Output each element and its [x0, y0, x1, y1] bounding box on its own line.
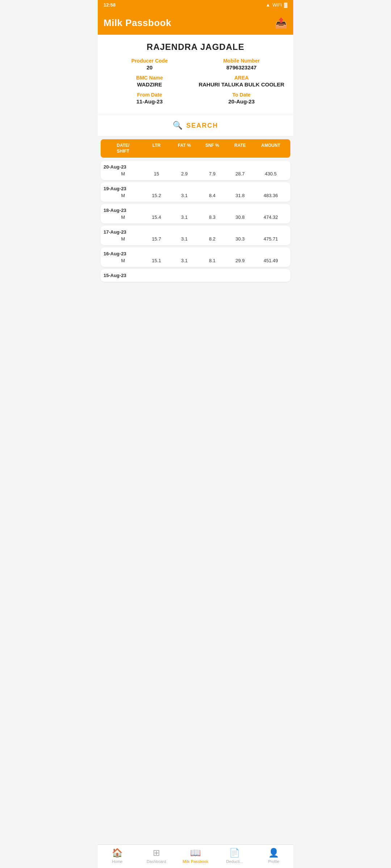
- mobile-number-item: Mobile Number 8796323247: [196, 58, 287, 71]
- area-value: RAHURI TALUKA BULK COOLER: [196, 81, 287, 88]
- nav-dashboard-label: Dashboard: [147, 859, 166, 864]
- th-rate: RATE: [226, 143, 254, 154]
- row-date: 19-Aug-23: [104, 186, 287, 191]
- row-shift: M: [104, 236, 143, 242]
- bmc-name-item: BMC Name WADZIRE: [104, 75, 196, 88]
- status-bar: 12:58 ▲ WiFi ▓: [98, 0, 293, 10]
- deductions-icon: 📄: [229, 848, 240, 858]
- battery-icon: ▓: [284, 2, 287, 8]
- profile-info-grid: Producer Code 20 Mobile Number 879632324…: [104, 58, 287, 105]
- bottom-nav: 🏠 Home ⊞ Dashboard 📖 Milk Passbook 📄 Ded…: [98, 844, 293, 868]
- row-shift: M: [104, 258, 143, 263]
- row-snf: 8.2: [198, 236, 226, 242]
- nav-milk-passbook-label: Milk Passbook: [183, 859, 209, 864]
- table-header: DATE/SHIFT LTR FAT % SNF % RATE AMOUNT: [101, 139, 290, 158]
- to-date-item: To Date 20-Aug-23: [196, 92, 287, 105]
- nav-home-label: Home: [112, 859, 122, 864]
- th-date-shift: DATE/SHIFT: [104, 143, 143, 154]
- to-date-label: To Date: [196, 92, 287, 98]
- row-fat: 3.1: [171, 214, 198, 220]
- search-label[interactable]: SEARCH: [186, 122, 218, 129]
- row-snf: 8.1: [198, 258, 226, 263]
- wifi-icon: WiFi: [273, 2, 282, 8]
- table-row: 20-Aug-23 M 15 2.9 7.9 28.7 430.5: [101, 161, 290, 180]
- profile-card: RAJENDRA JAGDALE Producer Code 20 Mobile…: [98, 35, 293, 115]
- row-rate: 28.7: [226, 171, 254, 176]
- search-bar[interactable]: 🔍 SEARCH: [98, 115, 293, 136]
- row-fat: 3.1: [171, 258, 198, 263]
- producer-code-label: Producer Code: [104, 58, 196, 64]
- row-fat: 2.9: [171, 171, 198, 176]
- search-icon: 🔍: [173, 121, 182, 130]
- profile-icon: 👤: [268, 848, 279, 858]
- table-container: DATE/SHIFT LTR FAT % SNF % RATE AMOUNT 2…: [98, 139, 293, 313]
- area-label: AREA: [196, 75, 287, 81]
- row-ltr: 15.7: [143, 236, 171, 242]
- dashboard-icon: ⊞: [153, 848, 160, 858]
- producer-code-value: 20: [104, 64, 196, 71]
- from-date-value: 11-Aug-23: [104, 98, 196, 105]
- th-amount: AMOUNT: [254, 143, 287, 154]
- row-fat: 3.1: [171, 236, 198, 242]
- th-fat: FAT %: [171, 143, 198, 154]
- row-date: 15-Aug-23: [104, 273, 287, 278]
- nav-profile[interactable]: 👤 Profile: [254, 848, 293, 864]
- row-shift: M: [104, 193, 143, 198]
- mobile-number-value: 8796323247: [196, 64, 287, 71]
- table-rows: 20-Aug-23 M 15 2.9 7.9 28.7 430.5 19-Aug…: [98, 161, 293, 282]
- row-snf: 8.4: [198, 193, 226, 198]
- row-amount: 475.71: [254, 236, 287, 242]
- mobile-number-label: Mobile Number: [196, 58, 287, 64]
- producer-code-item: Producer Code 20: [104, 58, 196, 71]
- from-date-item: From Date 11-Aug-23: [104, 92, 196, 105]
- row-ltr: 15.4: [143, 214, 171, 220]
- row-rate: 30.8: [226, 214, 254, 220]
- profile-name: RAJENDRA JAGDALE: [104, 42, 287, 52]
- row-fat: 3.1: [171, 193, 198, 198]
- nav-home[interactable]: 🏠 Home: [98, 848, 137, 864]
- table-row: 18-Aug-23 M 15.4 3.1 8.3 30.8 474.32: [101, 204, 290, 224]
- row-rate: 29.9: [226, 258, 254, 263]
- row-snf: 7.9: [198, 171, 226, 176]
- app-header: Milk Passbook 📤: [98, 10, 293, 35]
- row-shift: M: [104, 214, 143, 220]
- table-row: 15-Aug-23: [101, 269, 290, 282]
- row-date: 18-Aug-23: [104, 208, 287, 213]
- nav-deductions[interactable]: 📄 Deducti...: [215, 848, 254, 864]
- nav-dashboard[interactable]: ⊞ Dashboard: [137, 848, 176, 864]
- row-rate: 30.3: [226, 236, 254, 242]
- status-icons: ▲ WiFi ▓: [266, 2, 287, 8]
- row-amount: 451.49: [254, 258, 287, 263]
- row-date: 17-Aug-23: [104, 229, 287, 235]
- row-ltr: 15.2: [143, 193, 171, 198]
- th-ltr: LTR: [143, 143, 171, 154]
- home-icon: 🏠: [112, 848, 123, 858]
- row-date: 20-Aug-23: [104, 164, 287, 170]
- from-date-label: From Date: [104, 92, 196, 98]
- table-row: 16-Aug-23 M 15.1 3.1 8.1 29.9 451.49: [101, 247, 290, 267]
- row-snf: 8.3: [198, 214, 226, 220]
- row-amount: 483.36: [254, 193, 287, 198]
- nav-profile-label: Profile: [268, 859, 279, 864]
- row-amount: 430.5: [254, 171, 287, 176]
- nav-milk-passbook[interactable]: 📖 Milk Passbook: [176, 848, 215, 864]
- status-time: 12:58: [104, 2, 115, 8]
- table-row: 17-Aug-23 M 15.7 3.1 8.2 30.3 475.71: [101, 226, 290, 245]
- nav-deductions-label: Deducti...: [226, 859, 243, 864]
- header-title: Milk Passbook: [104, 17, 171, 29]
- milk-passbook-icon: 📖: [190, 848, 201, 858]
- bmc-name-label: BMC Name: [104, 75, 196, 81]
- bmc-name-value: WADZIRE: [104, 81, 196, 88]
- export-icon[interactable]: 📤: [275, 17, 287, 29]
- table-row: 19-Aug-23 M 15.2 3.1 8.4 31.8 483.36: [101, 182, 290, 202]
- area-item: AREA RAHURI TALUKA BULK COOLER: [196, 75, 287, 88]
- row-amount: 474.32: [254, 214, 287, 220]
- row-shift: M: [104, 171, 143, 176]
- th-snf: SNF %: [198, 143, 226, 154]
- to-date-value: 20-Aug-23: [196, 98, 287, 105]
- row-rate: 31.8: [226, 193, 254, 198]
- row-ltr: 15.1: [143, 258, 171, 263]
- row-ltr: 15: [143, 171, 171, 176]
- row-date: 16-Aug-23: [104, 251, 287, 256]
- signal-icon: ▲: [266, 2, 270, 8]
